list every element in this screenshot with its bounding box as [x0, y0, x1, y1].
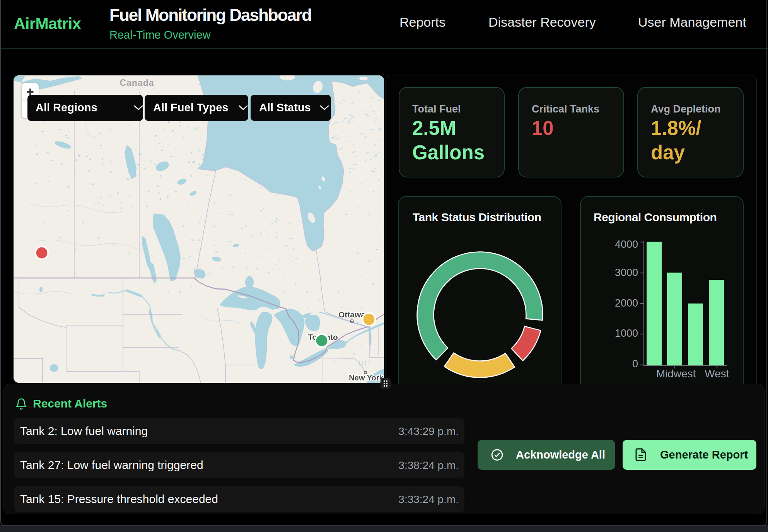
svg-text:0: 0: [632, 358, 638, 370]
svg-text:1000: 1000: [615, 327, 638, 339]
svg-text:4000: 4000: [615, 239, 638, 250]
svg-text:Ottawa: Ottawa: [338, 310, 365, 319]
svg-text:3000: 3000: [615, 267, 638, 278]
svg-text:2000: 2000: [615, 297, 638, 309]
svg-text:West: West: [705, 368, 729, 380]
svg-text:New York: New York: [349, 373, 384, 382]
svg-text:Canada: Canada: [119, 78, 154, 88]
svg-text:Midwest: Midwest: [656, 368, 696, 380]
